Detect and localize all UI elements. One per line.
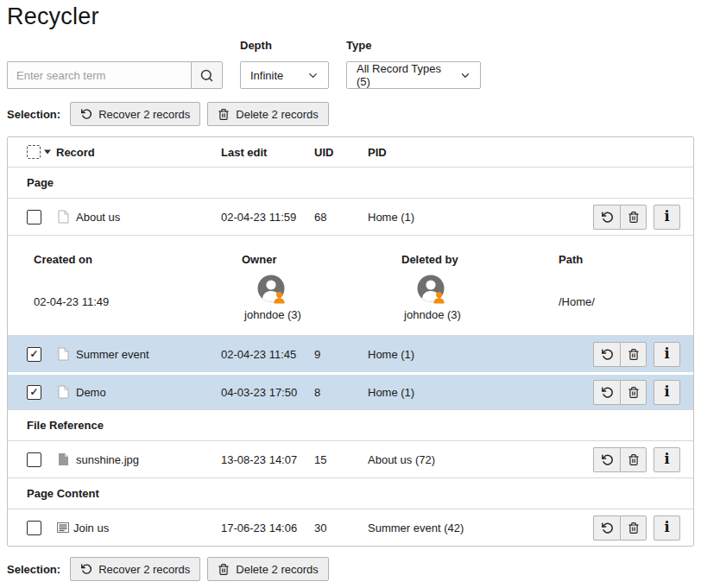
table-row: Summer event 02-04-23 11:45 9 Home (1) i	[8, 335, 693, 372]
search-input[interactable]	[7, 61, 191, 89]
delete-record-button[interactable]	[620, 447, 647, 472]
table-header-row: Record Last edit UID PID	[8, 137, 693, 167]
column-header-pid: PID	[368, 146, 555, 159]
recover-record-button[interactable]	[593, 380, 620, 405]
undo-icon	[601, 522, 614, 534]
undo-icon	[601, 453, 614, 466]
record-info-button[interactable]: i	[654, 342, 680, 367]
record-last-edit: 02-04-23 11:59	[221, 211, 314, 224]
detail-header-deleted-by: Deleted by	[401, 253, 559, 266]
record-info-button[interactable]: i	[654, 447, 680, 472]
recover-selection-button[interactable]: Recover 2 records	[70, 102, 200, 126]
recover-record-button[interactable]	[593, 515, 620, 541]
selection-bar-bottom: Selection: Recover 2 records Delete 2 re…	[7, 557, 694, 581]
page-icon	[56, 210, 70, 224]
record-pid: Home (1)	[368, 211, 555, 224]
depth-select-value: Infinite	[250, 69, 283, 82]
recover-record-button[interactable]	[593, 447, 620, 472]
record-pid: Home (1)	[368, 348, 555, 361]
record-info-button[interactable]: i	[654, 515, 680, 541]
filter-bar: Depth Infinite Type All Record Types (5)	[7, 39, 694, 89]
column-header-uid: UID	[314, 146, 368, 159]
undo-icon	[80, 108, 92, 120]
selection-label: Selection:	[7, 563, 60, 576]
page-icon	[56, 347, 70, 361]
row-checkbox[interactable]	[27, 385, 41, 400]
recover-selection-label: Recover 2 records	[98, 563, 190, 576]
delete-record-button[interactable]	[620, 380, 647, 405]
depth-label: Depth	[240, 39, 329, 52]
undo-icon	[601, 211, 614, 224]
recover-record-button[interactable]	[593, 342, 620, 367]
group-header-page-content: Page Content	[8, 477, 693, 509]
delete-selection-label: Delete 2 records	[236, 108, 318, 121]
detail-deleted-by: johndoe (3)	[404, 308, 461, 321]
record-uid: 8	[314, 386, 368, 399]
record-info-button[interactable]: i	[654, 380, 680, 405]
type-select-value: All Record Types (5)	[357, 62, 450, 88]
record-last-edit: 13-08-23 14:07	[221, 453, 314, 466]
column-header-record: Record	[56, 146, 221, 159]
record-title: Join us	[73, 522, 109, 534]
undo-icon	[80, 563, 92, 575]
row-checkbox[interactable]	[27, 521, 41, 535]
record-uid: 9	[314, 348, 368, 361]
recycler-table: Record Last edit UID PID Page About us 0…	[7, 136, 694, 547]
record-title: About us	[76, 211, 120, 224]
trash-icon	[628, 348, 640, 361]
record-uid: 68	[314, 211, 368, 224]
record-pid: About us (72)	[368, 453, 555, 466]
selection-label: Selection:	[7, 108, 60, 121]
record-title: Demo	[76, 386, 106, 399]
table-row: About us 02-04-23 11:59 68 Home (1) i	[8, 198, 693, 235]
delete-selection-button[interactable]: Delete 2 records	[207, 557, 328, 581]
column-header-last-edit: Last edit	[221, 146, 314, 159]
table-row: Demo 04-03-23 17:50 8 Home (1) i	[8, 372, 693, 409]
undo-icon	[601, 348, 614, 361]
detail-header-owner: Owner	[242, 253, 401, 266]
selection-bar-top: Selection: Recover 2 records Delete 2 re…	[7, 102, 694, 126]
record-title: sunshine.jpg	[76, 453, 139, 466]
recover-selection-button[interactable]: Recover 2 records	[70, 557, 200, 581]
type-label: Type	[346, 39, 481, 52]
content-element-icon	[56, 521, 70, 534]
row-checkbox[interactable]	[27, 210, 41, 224]
record-pid: Home (1)	[368, 386, 555, 399]
file-icon	[56, 452, 70, 466]
table-row: sunshine.jpg 13-08-23 14:07 15 About us …	[8, 440, 693, 477]
table-row: Join us 17-06-23 14:06 30 Summer event (…	[8, 509, 693, 546]
record-last-edit: 02-04-23 11:45	[221, 348, 314, 361]
detail-path: /Home/	[559, 295, 679, 308]
record-info-button[interactable]: i	[654, 205, 680, 230]
search-icon	[199, 68, 214, 83]
row-checkbox[interactable]	[27, 452, 41, 467]
delete-selection-label: Delete 2 records	[236, 563, 318, 576]
recover-selection-label: Recover 2 records	[98, 108, 190, 121]
depth-select[interactable]: Infinite	[240, 61, 329, 89]
avatar	[417, 275, 448, 306]
search-button[interactable]	[191, 61, 223, 89]
group-header-page: Page	[8, 167, 693, 198]
type-select[interactable]: All Record Types (5)	[346, 61, 481, 89]
select-all-checkbox[interactable]	[27, 145, 41, 159]
delete-record-button[interactable]	[620, 205, 647, 230]
delete-record-button[interactable]	[620, 342, 647, 367]
page-icon	[56, 385, 70, 399]
delete-selection-button[interactable]: Delete 2 records	[207, 102, 328, 126]
caret-down-icon[interactable]	[44, 149, 51, 155]
record-last-edit: 04-03-23 17:50	[221, 386, 314, 399]
record-detail-panel: Created on 02-04-23 11:49 Owner johndoe …	[8, 235, 693, 335]
recover-record-button[interactable]	[593, 205, 620, 230]
trash-icon	[628, 522, 640, 534]
avatar	[257, 275, 288, 306]
row-checkbox[interactable]	[27, 347, 41, 362]
record-uid: 15	[314, 453, 368, 466]
group-header-file-reference: File Reference	[8, 409, 693, 440]
trash-icon	[218, 108, 230, 121]
trash-icon	[628, 386, 640, 399]
trash-icon	[628, 453, 640, 466]
delete-record-button[interactable]	[620, 515, 647, 541]
detail-header-path: Path	[559, 253, 679, 266]
trash-icon	[218, 563, 230, 576]
chevron-down-icon	[460, 70, 470, 81]
